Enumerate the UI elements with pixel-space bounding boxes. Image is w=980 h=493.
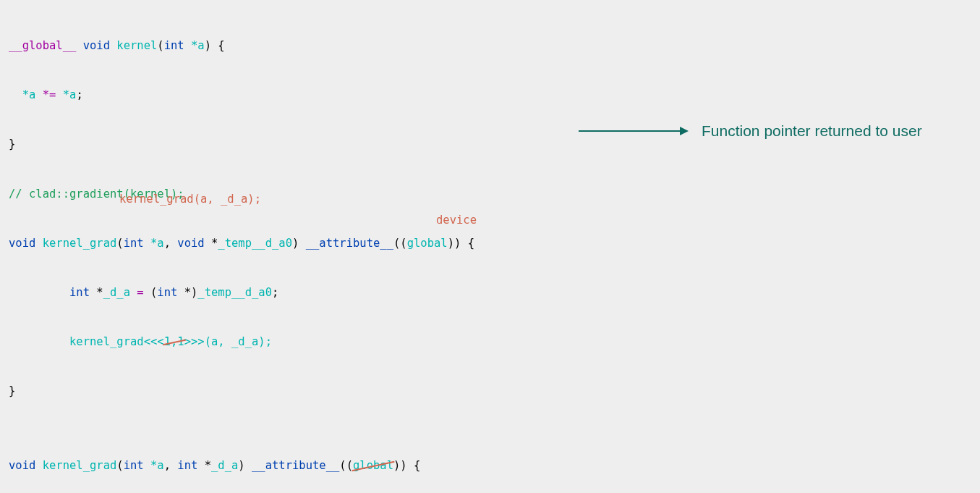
type-int: int [164,39,184,52]
annotation-replacement-call: kernel_grad(a, _d_a); [119,187,261,211]
struck-global: global [353,453,393,478]
code-line: void kernel_grad(int *a, void *_temp__d_… [9,231,971,256]
code-line: *a *= *a; [9,83,971,107]
param: *a [191,39,205,52]
annotation-arrow-label: Function pointer returned to user [702,114,922,148]
struck-text: 1,1 [164,329,184,354]
code-block: __global__ void kernel(int *a) { *a *= *… [9,9,971,493]
annotation-arrow: Function pointer returned to user [579,114,922,148]
keyword-global: __global__ [9,39,76,52]
keyword-void: void [83,39,110,52]
code-line: } [9,379,971,403]
arrow-head-icon [680,127,689,135]
annotation-device: device [436,208,477,232]
arrow-line-icon [579,130,680,132]
code-line: __global__ void kernel(int *a) { [9,33,971,58]
code-line: void kernel_grad(int *a, int *_d_a) __at… [9,453,971,478]
func-name: kernel [116,39,157,52]
code-line: int *_d_a = (int *)_temp__d_a0; [9,280,971,305]
code-line: kernel_grad<<<1,1>>>(a, _d_a); [9,329,971,354]
